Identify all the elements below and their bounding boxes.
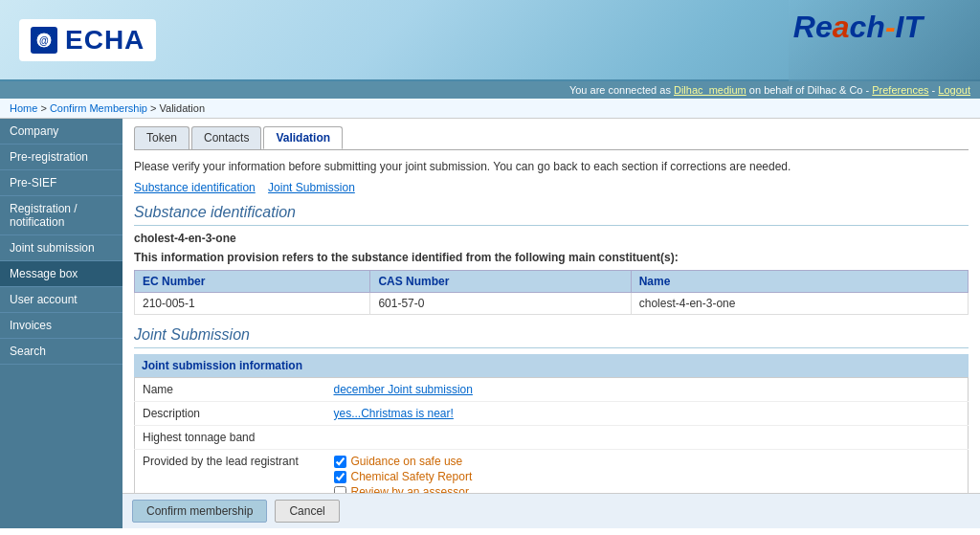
sidebar-item-joint-submission[interactable]: Joint submission <box>0 235 122 261</box>
svg-text:@: @ <box>39 35 49 46</box>
checkbox-guidance: Guidance on safe use <box>334 455 961 468</box>
joint-submission-heading: Joint Submission <box>134 326 969 348</box>
substance-info-text: This information provision refers to the… <box>134 251 969 264</box>
sidebar-item-company[interactable]: Company <box>0 119 122 145</box>
js-description-row: Description yes...Christmas is near! <box>135 402 969 426</box>
preferences-link[interactable]: Preferences <box>872 84 928 96</box>
top-nav-bar: You are connected as Dilhac_medium on be… <box>0 81 980 99</box>
breadcrumb-home[interactable]: Home <box>10 102 37 114</box>
footer-bar: Confirm membership Cancel <box>122 493 980 528</box>
ec-number-cell: 210-005-1 <box>135 293 370 315</box>
intro-text: Please verify your information before su… <box>134 160 969 173</box>
js-description-value: yes...Christmas is near! <box>326 402 969 426</box>
col-name: Name <box>631 271 968 293</box>
substance-table: EC Number CAS Number Name 210-005-1 601-… <box>134 270 969 315</box>
page-header: @ ECHA Reach-IT <box>0 0 980 81</box>
confirm-membership-button[interactable]: Confirm membership <box>132 500 267 523</box>
substance-section-heading: Substance identification <box>134 204 969 226</box>
sidebar-item-user-account[interactable]: User account <box>0 287 122 313</box>
checkbox-guidance-label: Guidance on safe use <box>351 455 463 468</box>
separator: - <box>929 84 939 96</box>
sidebar-item-pre-sief[interactable]: Pre-SIEF <box>0 170 122 196</box>
cas-number-cell: 601-57-0 <box>370 293 631 315</box>
breadcrumb: Home > Confirm Membership > Validation <box>0 99 980 119</box>
sidebar-item-message-box[interactable]: Message box <box>0 261 122 287</box>
substance-id-link[interactable]: Substance identification <box>134 181 256 194</box>
tab-validation[interactable]: Validation <box>263 126 343 149</box>
logo-area: @ ECHA <box>0 10 175 71</box>
col-ec-number: EC Number <box>135 271 370 293</box>
checkbox-csr-input[interactable] <box>334 471 346 483</box>
user-link[interactable]: Dilhac_medium <box>674 84 746 96</box>
checkbox-guidance-input[interactable] <box>334 456 346 468</box>
echa-logo-icon: @ <box>31 27 57 54</box>
sidebar-item-registration[interactable]: Registration / notification <box>0 196 122 235</box>
connected-text: You are connected as <box>569 84 674 96</box>
main-layout: Company Pre-registration Pre-SIEF Regist… <box>0 119 980 528</box>
main-content: Token Contacts Validation Please verify … <box>122 119 980 528</box>
tab-bar: Token Contacts Validation <box>134 126 969 150</box>
reach-it-logo: Reach-IT <box>793 10 923 45</box>
col-cas-number: CAS Number <box>370 271 631 293</box>
tab-token[interactable]: Token <box>134 126 189 149</box>
js-tonnage-value <box>326 426 969 450</box>
js-name-link[interactable]: december Joint submission <box>334 383 473 396</box>
breadcrumb-confirm[interactable]: Confirm Membership <box>50 102 147 114</box>
sidebar-item-invoices[interactable]: Invoices <box>0 313 122 339</box>
js-info-header: Joint submission information <box>134 354 969 377</box>
substance-name: cholest-4-en-3-one <box>134 232 969 245</box>
js-description-link[interactable]: yes...Christmas is near! <box>334 407 454 420</box>
echa-logo-text: ECHA <box>65 25 145 56</box>
joint-submission-link[interactable]: Joint Submission <box>268 181 355 194</box>
table-row: 210-005-1 601-57-0 cholest-4-en-3-one <box>135 293 969 315</box>
js-tonnage-row: Highest tonnage band <box>135 426 969 450</box>
js-name-row: Name december Joint submission <box>135 378 969 402</box>
js-name-value: december Joint submission <box>326 378 969 402</box>
checkbox-csr: Chemical Safety Report <box>334 470 961 483</box>
js-description-label: Description <box>135 402 326 426</box>
substance-name-cell: cholest-4-en-3-one <box>631 293 968 315</box>
sidebar: Company Pre-registration Pre-SIEF Regist… <box>0 119 122 528</box>
tab-contacts[interactable]: Contacts <box>191 126 261 149</box>
js-info-table: Name december Joint submission Descripti… <box>134 377 969 506</box>
section-links: Substance identification Joint Submissio… <box>134 181 969 194</box>
logout-link[interactable]: Logout <box>938 84 970 96</box>
js-tonnage-label: Highest tonnage band <box>135 426 326 450</box>
checkbox-csr-label: Chemical Safety Report <box>351 470 473 483</box>
logo-box: @ ECHA <box>19 19 156 61</box>
sidebar-item-pre-registration[interactable]: Pre-registration <box>0 145 122 170</box>
sidebar-item-search[interactable]: Search <box>0 339 122 365</box>
js-name-label: Name <box>135 378 326 402</box>
breadcrumb-current: Validation <box>160 102 206 114</box>
cancel-button[interactable]: Cancel <box>275 500 339 523</box>
behalf-text: on behalf of Dilhac & Co - <box>746 84 872 96</box>
